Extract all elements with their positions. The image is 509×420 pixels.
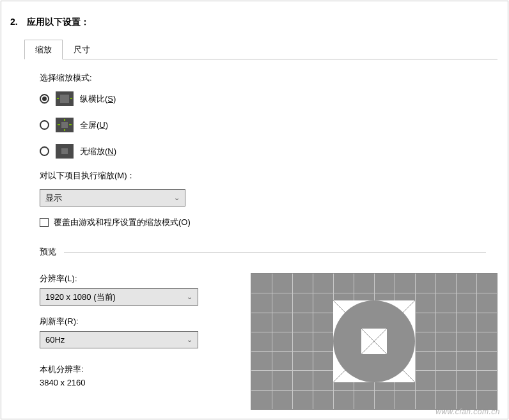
chevron-down-icon: ⌄	[187, 336, 192, 344]
resolution-label: 分辨率(L):	[40, 273, 200, 284]
chevron-down-icon: ⌄	[174, 194, 180, 202]
perform-scaling-value: 显示	[45, 192, 62, 204]
scaling-mode-group: 纵横比(S) 全屏(U) 无缩放(N)	[40, 91, 508, 159]
section-heading: 2. 应用以下设置：	[1, 1, 508, 28]
tab-size[interactable]: 尺寸	[63, 40, 101, 59]
resolution-select[interactable]: 1920 x 1080 (当前) ⌄	[40, 288, 198, 306]
tab-scale[interactable]: 缩放	[24, 40, 63, 59]
radio-noscale-label: 无缩放(N)	[80, 146, 116, 157]
preview-header: 预览	[40, 246, 56, 258]
radio-noscale[interactable]	[40, 146, 49, 156]
heading-number: 2.	[10, 17, 27, 27]
perform-scaling-select[interactable]: 显示 ⌄	[40, 189, 185, 206]
refresh-value: 60Hz	[45, 335, 65, 345]
aspect-icon	[56, 91, 74, 106]
resolution-value: 1920 x 1080 (当前)	[45, 292, 116, 303]
native-res-label: 本机分辨率:	[40, 364, 200, 375]
refresh-select[interactable]: 60Hz ⌄	[40, 331, 198, 348]
chevron-down-icon: ⌄	[187, 293, 192, 301]
tab-bar: 缩放 尺寸	[24, 40, 497, 59]
fullscreen-icon	[56, 118, 74, 132]
scaling-mode-label: 选择缩放模式:	[40, 72, 508, 84]
refresh-label: 刷新率(R):	[40, 316, 200, 327]
noscale-icon	[56, 144, 74, 159]
divider	[64, 252, 486, 253]
radio-aspect-label: 纵横比(S)	[80, 93, 116, 105]
svg-rect-1	[61, 122, 68, 128]
preview-image	[251, 273, 497, 410]
svg-rect-0	[60, 95, 69, 103]
override-label: 覆盖由游戏和程序设置的缩放模式(O)	[54, 217, 191, 228]
radio-fullscreen[interactable]	[40, 120, 49, 130]
radio-fullscreen-label: 全屏(U)	[80, 120, 108, 131]
override-checkbox[interactable]	[40, 218, 49, 227]
heading-text: 应用以下设置：	[27, 17, 90, 28]
radio-aspect[interactable]	[40, 94, 49, 104]
watermark: www.cfan.com.cn	[435, 407, 500, 416]
native-res-value: 3840 x 2160	[40, 378, 200, 387]
svg-rect-2	[61, 148, 68, 154]
perform-scaling-label: 对以下项目执行缩放(M)：	[40, 170, 508, 182]
